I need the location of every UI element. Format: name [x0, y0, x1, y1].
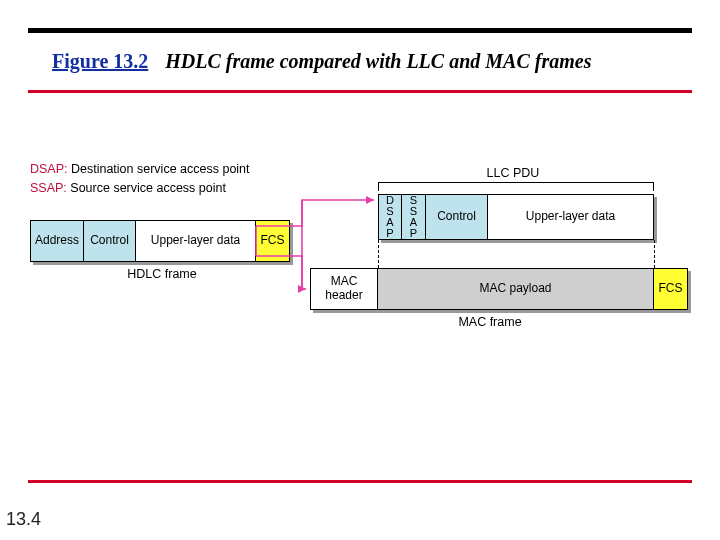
ssap-text: Source service access point [67, 181, 226, 195]
dashed-guide-right [654, 240, 655, 268]
hdlc-fcs: FCS [256, 220, 290, 262]
page-number: 13.4 [6, 509, 41, 530]
hdlc-frame: Address Control Upper-layer data FCS [30, 220, 290, 262]
bottom-rule [28, 480, 692, 483]
hdlc-control: Control [84, 220, 136, 262]
hdlc-upper-layer-data: Upper-layer data [136, 220, 256, 262]
llc-ssap: S S A P [402, 194, 426, 240]
mac-header: MAC header [310, 268, 378, 310]
llc-frame: D S A P S S A P Control Upper-layer data [378, 194, 654, 240]
mac-caption: MAC frame [430, 315, 550, 329]
llc-bracket [378, 182, 654, 192]
llc-control: Control [426, 194, 488, 240]
definitions: DSAP: Destination service access point S… [30, 160, 250, 198]
ssap-term: SSAP: [30, 181, 67, 195]
mac-payload: MAC payload [378, 268, 654, 310]
figure-caption: HDLC frame compared with LLC and MAC fra… [165, 50, 591, 72]
arrowhead-llc [366, 196, 374, 204]
mac-frame: MAC header MAC payload FCS [310, 268, 688, 310]
title-underline [28, 90, 692, 93]
arrowhead-mac [298, 285, 306, 293]
llc-ssap-3: P [410, 228, 417, 239]
ssap-def: SSAP: Source service access point [30, 179, 250, 198]
hdlc-caption: HDLC frame [102, 267, 222, 281]
llc-pdu-label: LLC PDU [468, 166, 558, 180]
figure-label: Figure 13.2 [52, 50, 148, 72]
top-rule [28, 28, 692, 33]
hdlc-address: Address [30, 220, 84, 262]
dsap-term: DSAP: [30, 162, 68, 176]
mac-fcs: FCS [654, 268, 688, 310]
figure-title: Figure 13.2 HDLC frame compared with LLC… [52, 50, 680, 73]
dashed-guide-left [378, 240, 379, 268]
llc-dsap-3: P [386, 228, 394, 239]
llc-dsap: D S A P [378, 194, 402, 240]
dsap-def: DSAP: Destination service access point [30, 160, 250, 179]
diagram: DSAP: Destination service access point S… [30, 160, 690, 420]
dsap-text: Destination service access point [68, 162, 250, 176]
llc-upper-layer-data: Upper-layer data [488, 194, 654, 240]
